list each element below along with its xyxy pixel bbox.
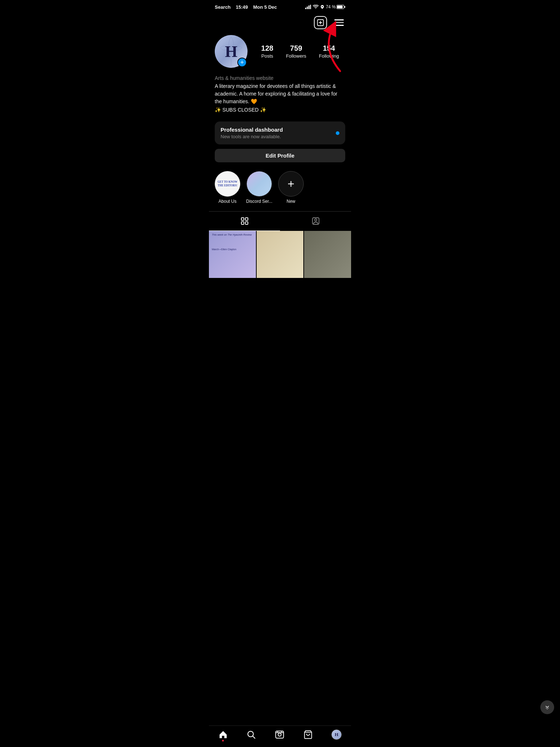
highlight-label-new: New — [287, 199, 295, 204]
bio-category: Arts & humanities website — [215, 75, 345, 81]
pro-dashboard-dot — [336, 131, 339, 135]
status-right: 74 % — [305, 4, 345, 9]
highlight-label-discord: Discord Ser... — [246, 199, 272, 204]
about-us-text: GET TO KNOW THE EDITORS! — [215, 179, 240, 189]
highlight-discord[interactable]: Discord Ser... — [246, 171, 272, 204]
status-bar: Search 15:49 Mon 5 Dec 74 % — [209, 0, 351, 13]
battery-text: 74 % — [326, 4, 336, 9]
profile-section: H + 128 Posts 759 Followers 154 Followin… — [209, 32, 351, 74]
svg-point-4 — [322, 6, 323, 7]
following-label: Following — [319, 53, 339, 59]
following-count: 154 — [323, 44, 335, 53]
followers-count: 759 — [290, 44, 302, 53]
grid-icon — [240, 217, 249, 225]
grid-item-3[interactable] — [304, 231, 351, 278]
content-tabs — [209, 211, 351, 231]
following-stat[interactable]: 154 Following — [319, 44, 339, 59]
battery-icon: 74 % — [326, 4, 345, 9]
wifi-icon — [313, 5, 319, 9]
svg-rect-2 — [308, 5, 310, 9]
followers-stat[interactable]: 759 Followers — [286, 44, 306, 59]
tab-tagged[interactable] — [280, 212, 351, 231]
pro-dashboard-text: Professional dashboard New tools are now… — [221, 127, 283, 139]
stats-row: 128 Posts 759 Followers 154 Following — [255, 44, 345, 59]
grid-item-2[interactable] — [257, 231, 304, 278]
highlight-circle-discord — [246, 171, 272, 197]
followers-label: Followers — [286, 53, 306, 59]
avatar-add-story-button[interactable]: + — [237, 58, 247, 67]
highlight-circle-about-us: GET TO KNOW THE EDITORS! — [215, 171, 240, 197]
highlight-about-us[interactable]: GET TO KNOW THE EDITORS! About Us — [215, 171, 240, 204]
posts-grid: This week on The Hyacinth Review March •… — [209, 231, 351, 278]
pro-dashboard-subtitle: New tools are now available. — [221, 134, 283, 139]
edit-profile-button[interactable]: Edit Profile — [215, 149, 345, 162]
svg-rect-6 — [344, 6, 345, 8]
svg-rect-0 — [305, 8, 306, 9]
svg-rect-7 — [337, 5, 342, 8]
highlight-new[interactable]: + New — [278, 171, 304, 204]
grid-item-1-line2: March • Ellen Clayton — [212, 248, 253, 251]
grid-item-1-line1: This week on The Hyacinth Review — [212, 233, 253, 237]
bio-text: A literary magazine for devotees of all … — [215, 82, 345, 105]
menu-button[interactable] — [333, 18, 345, 27]
posts-label: Posts — [261, 53, 273, 59]
pro-dashboard-title: Professional dashboard — [221, 127, 283, 133]
pro-dashboard-button[interactable]: Professional dashboard New tools are now… — [215, 121, 345, 144]
subs-status: ✨ SUBS CLOSED ✨ — [215, 107, 345, 113]
highlight-label-about-us: About Us — [218, 199, 236, 204]
tab-grid[interactable] — [209, 212, 280, 231]
header — [209, 13, 351, 32]
status-date: Mon 5 Dec — [253, 4, 277, 10]
status-left: Search 15:49 Mon 5 Dec — [215, 4, 277, 10]
grid-item-1[interactable]: This week on The Hyacinth Review March •… — [209, 231, 256, 278]
add-post-button[interactable] — [314, 16, 327, 29]
signal-icon — [305, 5, 311, 9]
location-icon — [320, 5, 324, 9]
svg-rect-1 — [307, 7, 308, 9]
grid-item-1-text: This week on The Hyacinth Review March •… — [209, 231, 256, 253]
highlights-row: GET TO KNOW THE EDITORS! About Us Discor… — [209, 168, 351, 210]
svg-point-17 — [315, 219, 317, 221]
posts-count: 128 — [261, 44, 273, 53]
search-text: Search — [215, 4, 230, 10]
avatar-wrapper: H + — [215, 35, 248, 68]
svg-rect-3 — [310, 5, 311, 9]
highlight-circle-new: + — [278, 171, 304, 197]
svg-rect-13 — [245, 218, 248, 220]
svg-rect-12 — [241, 218, 244, 220]
person-tag-icon — [311, 217, 320, 225]
svg-rect-15 — [245, 222, 248, 224]
new-plus-icon: + — [288, 178, 295, 190]
status-time: 15:49 — [236, 4, 248, 10]
bio-section: Arts & humanities website A literary mag… — [209, 74, 351, 119]
posts-stat[interactable]: 128 Posts — [261, 44, 273, 59]
avatar-letter: H — [225, 42, 237, 61]
svg-rect-14 — [241, 222, 244, 224]
plus-square-icon — [316, 19, 324, 27]
